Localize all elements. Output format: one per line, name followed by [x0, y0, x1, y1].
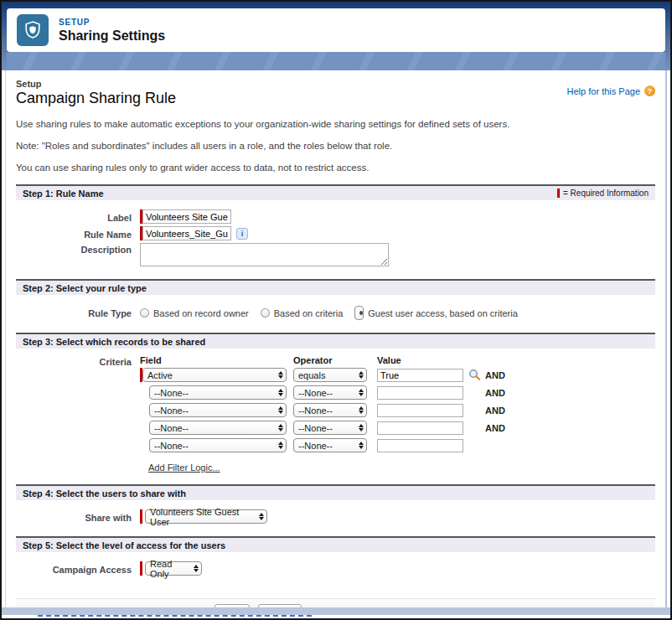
setup-eyebrow: SETUP	[59, 17, 165, 28]
field-select-1[interactable]: Active	[142, 368, 287, 382]
step5-header: Step 5: Select the level of access for t…	[16, 536, 655, 552]
step4-body: Share with Volunteers Site Guest User	[16, 500, 655, 536]
operator-select-5[interactable]: --None--	[293, 438, 367, 452]
info-icon[interactable]: i	[236, 228, 248, 240]
field-cell: --None--	[140, 385, 287, 400]
app-title: Sharing Settings	[59, 28, 165, 44]
field-select-5[interactable]: --None--	[149, 438, 287, 452]
header-pattern-strip	[7, 52, 665, 70]
value-input-4[interactable]	[377, 421, 463, 435]
value-input-5[interactable]	[377, 439, 463, 452]
description-field-label: Description	[16, 243, 140, 255]
bottom-band	[2, 607, 670, 615]
select-value: --None--	[154, 388, 189, 398]
select-stepper-icon	[190, 565, 201, 572]
operator-cell: equals	[293, 368, 367, 382]
value-input-1[interactable]	[377, 369, 463, 382]
rule-name-field-label: Rule Name	[16, 228, 140, 240]
rule-type-options: Based on record owner Based on criteria …	[140, 304, 518, 320]
cancel-button[interactable]: Cancel	[258, 604, 302, 607]
rule-name-input[interactable]	[142, 226, 231, 240]
campaign-access-select[interactable]: Read Only	[145, 561, 202, 576]
value-input-2[interactable]	[377, 386, 463, 400]
label-input[interactable]	[142, 209, 231, 224]
main-content: Setup Campaign Sharing Rule Help for thi…	[5, 70, 667, 607]
select-value: --None--	[298, 388, 333, 398]
magnifier-icon[interactable]	[468, 369, 482, 381]
breadcrumb: Setup	[16, 79, 176, 89]
step3-body: Criteria Field Operator Value Active	[16, 349, 655, 484]
required-legend-text: = Required Information	[563, 189, 649, 198]
select-value: Read Only	[150, 559, 190, 579]
sharing-rule-form: Step 1: Rule Name = Required Information…	[16, 184, 655, 607]
field-select-2[interactable]: --None--	[149, 385, 287, 400]
criteria-row-5: --None-- --None--	[140, 438, 505, 452]
share-with-select[interactable]: Volunteers Site Guest User	[145, 509, 267, 524]
rule-type-row: Rule Type Based on record owner Based on…	[16, 304, 655, 320]
bottom-dash-strip	[2, 615, 670, 618]
radio-icon[interactable]	[140, 308, 149, 318]
field-cell: --None--	[140, 421, 287, 435]
criteria-row-4: --None-- --None--	[140, 421, 505, 435]
criteria-row-1: Active equals	[140, 368, 505, 382]
share-with-label: Share with	[16, 511, 140, 523]
radio-icon[interactable]	[261, 308, 270, 318]
value-cell	[377, 404, 463, 417]
select-stepper-icon	[355, 424, 366, 431]
focus-dashed-line	[38, 615, 312, 617]
conjunction-label: AND	[483, 406, 505, 416]
step5-body: Campaign Access Read Only	[16, 552, 655, 588]
radio-label: Based on record owner	[153, 308, 249, 318]
select-value: --None--	[298, 423, 333, 433]
operator-cell: --None--	[293, 385, 367, 400]
operator-cell: --None--	[293, 403, 367, 417]
description-textarea[interactable]	[140, 243, 389, 266]
conjunction-label: AND	[483, 388, 505, 398]
select-value: equals	[298, 370, 325, 380]
help-for-this-page[interactable]: Help for this Page ?	[567, 85, 655, 96]
field-select-3[interactable]: --None--	[149, 403, 287, 417]
radio-guest-user-access[interactable]: Guest user access, based on criteria	[354, 306, 518, 320]
setup-header-band: SETUP Sharing Settings	[2, 2, 670, 70]
select-value: --None--	[154, 423, 189, 433]
operator-select-2[interactable]: --None--	[293, 385, 367, 400]
select-stepper-icon	[275, 371, 286, 379]
shield-icon	[17, 14, 49, 46]
bottom-button-bar: Save Cancel	[16, 598, 655, 607]
operator-select-3[interactable]: --None--	[293, 403, 367, 417]
question-mark-icon[interactable]: ?	[644, 85, 655, 96]
step1-body: Label Rule Name i Description	[16, 200, 655, 279]
criteria-label: Criteria	[16, 355, 140, 456]
conjunction-label: AND	[483, 423, 505, 433]
operator-cell: --None--	[293, 438, 367, 452]
select-value: --None--	[298, 406, 333, 416]
value-cell	[377, 386, 463, 400]
field-cell: --None--	[140, 438, 287, 452]
save-button[interactable]: Save	[215, 604, 250, 607]
step2-header: Step 2: Select your rule type	[16, 279, 655, 295]
campaign-access-row: Campaign Access Read Only	[16, 561, 655, 576]
radio-based-on-record-owner[interactable]: Based on record owner	[140, 308, 249, 318]
radio-label: Based on criteria	[274, 308, 344, 318]
lookup-cell	[463, 369, 483, 381]
help-link[interactable]: Help for this Page	[567, 86, 640, 96]
step4-header: Step 4: Select the users to share with	[16, 484, 655, 500]
step2-body: Rule Type Based on record owner Based on…	[16, 295, 655, 333]
page-title: Campaign Sharing Rule	[16, 90, 176, 107]
value-input-3[interactable]	[377, 404, 463, 417]
step5-title: Step 5: Select the level of access for t…	[23, 540, 225, 550]
select-value: Volunteers Site Guest User	[150, 507, 256, 527]
radio-based-on-criteria[interactable]: Based on criteria	[261, 308, 344, 318]
add-filter-logic-link[interactable]: Add Filter Logic...	[148, 462, 220, 473]
value-column-header: Value	[377, 355, 463, 365]
conjunction-label: AND	[483, 370, 505, 380]
select-value: --None--	[154, 441, 189, 451]
radio-selected-icon[interactable]	[354, 306, 364, 320]
field-select-4[interactable]: --None--	[149, 421, 287, 435]
operator-column-header: Operator	[293, 355, 367, 365]
operator-select-4[interactable]: --None--	[293, 421, 367, 435]
select-stepper-icon	[355, 371, 366, 379]
operator-select-1[interactable]: equals	[293, 368, 367, 382]
required-bar-icon	[557, 189, 560, 198]
intro-line-3: You can use sharing rules only to grant …	[16, 163, 655, 173]
